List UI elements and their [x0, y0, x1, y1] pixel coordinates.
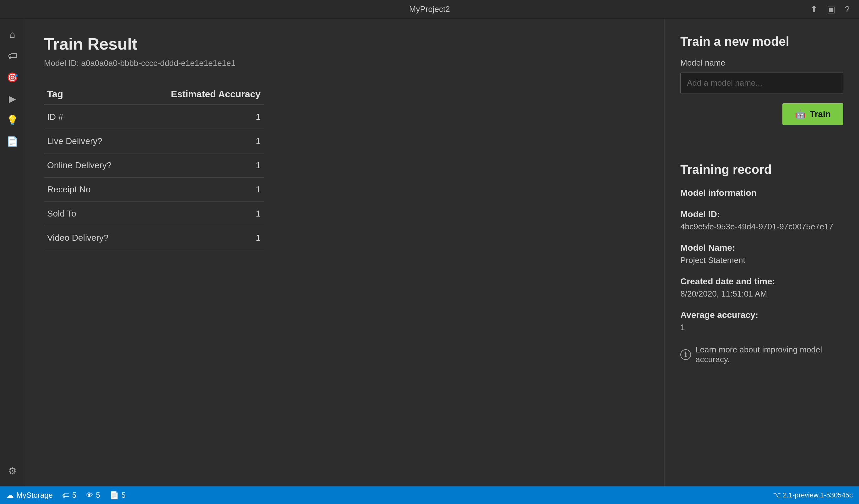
col-tag-header: Tag [44, 84, 137, 105]
row-tag: Live Delivery? [44, 129, 137, 153]
model-id-field-label: Model ID: [680, 209, 843, 219]
row-tag: Receipt No [44, 178, 137, 202]
model-id-text: Model ID: a0a0a0a0-bbbb-cccc-dddd-e1e1e1… [44, 58, 646, 68]
right-panel: Train a new model Model name 🤖 Train Tra… [664, 19, 859, 486]
sidebar-item-export[interactable]: 📄 [3, 132, 22, 151]
app-layout: ⌂ 🏷 🎯 ▶ 💡 📄 ⚙ Train Result Model ID: a0a… [0, 19, 859, 486]
eye-count-icon: 👁 [86, 491, 93, 500]
model-id-field-value: 4bc9e5fe-953e-49d4-9701-97c0075e7e17 [680, 222, 843, 232]
titlebar: MyProject2 ⬆ ▣ ? [0, 0, 859, 19]
table-row: ID # 1 [44, 105, 264, 129]
row-accuracy: 1 [137, 202, 264, 226]
tag-count-item: 🏷 5 [62, 491, 76, 500]
share-icon[interactable]: ⬆ [810, 4, 817, 14]
main-panel: Train Result Model ID: a0a0a0a0-bbbb-ccc… [25, 19, 664, 486]
row-accuracy: 1 [137, 129, 264, 153]
sidebar-item-settings[interactable]: ⚙ [3, 461, 22, 480]
storage-item: ☁ MyStorage [6, 491, 53, 500]
table-row: Sold To 1 [44, 202, 264, 226]
train-button-label: Train [810, 109, 831, 119]
storage-icon: ☁ [6, 491, 14, 500]
learn-more[interactable]: ℹ Learn more about improving model accur… [680, 345, 843, 364]
info-icon: ℹ [680, 349, 691, 360]
storage-label: MyStorage [16, 491, 53, 500]
titlebar-icons: ⬆ ▣ ? [810, 4, 849, 14]
sidebar-item-run[interactable]: ▶ [3, 89, 22, 108]
page-title: Train Result [44, 34, 646, 54]
version-label: ⌥ 2.1-preview.1-530545c [773, 491, 853, 499]
train-button[interactable]: 🤖 Train [782, 103, 843, 125]
sidebar-item-train[interactable]: 🎯 [3, 68, 22, 87]
titlebar-title: MyProject2 [409, 4, 450, 14]
training-record-title: Training record [680, 163, 843, 177]
avg-accuracy-value: 1 [680, 323, 843, 332]
train-button-container: 🤖 Train [680, 103, 843, 144]
model-name-field-value: Project Statement [680, 256, 843, 265]
tag-count-icon: 🏷 [62, 491, 70, 500]
created-date-label: Created date and time: [680, 276, 843, 287]
eye-count-item: 👁 5 [86, 491, 100, 500]
results-table: Tag Estimated Accuracy ID # 1 Live Deliv… [44, 84, 264, 250]
doc-count: 5 [121, 491, 125, 500]
new-model-title: Train a new model [680, 34, 843, 49]
row-tag: Video Delivery? [44, 226, 137, 250]
row-tag: Online Delivery? [44, 153, 137, 178]
doc-count-icon: 📄 [109, 491, 119, 500]
table-row: Receipt No 1 [44, 178, 264, 202]
doc-count-item: 📄 5 [109, 491, 125, 500]
help-icon[interactable]: ? [845, 4, 849, 14]
eye-count: 5 [96, 491, 100, 500]
sidebar-item-tag[interactable]: 🏷 [3, 46, 22, 65]
col-accuracy-header: Estimated Accuracy [137, 84, 264, 105]
row-accuracy: 1 [137, 226, 264, 250]
row-accuracy: 1 [137, 178, 264, 202]
avg-accuracy-label: Average accuracy: [680, 310, 843, 320]
row-tag: ID # [44, 105, 137, 129]
table-row: Video Delivery? 1 [44, 226, 264, 250]
model-name-input[interactable] [680, 72, 843, 94]
content-area: Train Result Model ID: a0a0a0a0-bbbb-ccc… [25, 19, 859, 486]
model-info-label: Model information [680, 188, 843, 198]
row-tag: Sold To [44, 202, 137, 226]
statusbar-left: ☁ MyStorage 🏷 5 👁 5 📄 5 [6, 491, 125, 500]
created-date-value: 8/20/2020, 11:51:01 AM [680, 289, 843, 299]
table-row: Live Delivery? 1 [44, 129, 264, 153]
model-name-label: Model name [680, 58, 843, 68]
table-row: Online Delivery? 1 [44, 153, 264, 178]
table-body: ID # 1 Live Delivery? 1 Online Delivery?… [44, 105, 264, 250]
train-icon: 🤖 [795, 109, 806, 119]
tag-count: 5 [72, 491, 76, 500]
row-accuracy: 1 [137, 153, 264, 178]
learn-more-text: Learn more about improving model accurac… [695, 345, 843, 364]
table-header-row: Tag Estimated Accuracy [44, 84, 264, 105]
row-accuracy: 1 [137, 105, 264, 129]
model-name-field-label: Model Name: [680, 243, 843, 253]
statusbar: ☁ MyStorage 🏷 5 👁 5 📄 5 ⌥ 2.1-preview.1-… [0, 486, 859, 504]
sidebar-item-idea[interactable]: 💡 [3, 110, 22, 129]
layout-icon[interactable]: ▣ [827, 4, 835, 14]
sidebar-item-home[interactable]: ⌂ [3, 25, 22, 44]
version-text: 2.1-preview.1-530545c [783, 491, 853, 499]
version-icon: ⌥ [773, 491, 781, 499]
sidebar: ⌂ 🏷 🎯 ▶ 💡 📄 ⚙ [0, 19, 25, 486]
